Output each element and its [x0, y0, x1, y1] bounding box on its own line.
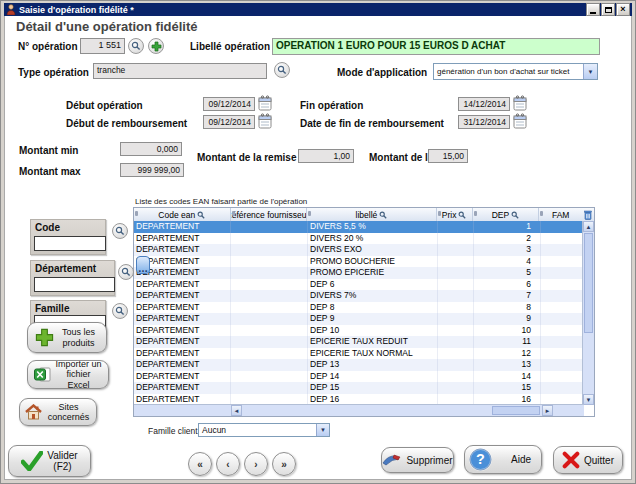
fin-remboursement-calendar-button[interactable] — [513, 113, 527, 129]
arrow-right-icon: ► — [545, 408, 551, 414]
col-header-code-ean[interactable]: Code ean — [134, 208, 231, 221]
table-cell: EPICERIE TAUX NORMAL — [308, 348, 438, 360]
window-title: Saisie d'opération fidélité * — [19, 5, 134, 15]
table-cell — [231, 256, 308, 268]
table-row[interactable]: DEPARTEMENTDIVERS EXO3 — [134, 244, 584, 256]
table-cell — [541, 382, 584, 394]
nav-prev-button[interactable]: ‹ — [216, 452, 240, 476]
table-cell — [438, 382, 474, 394]
importer-excel-button[interactable]: Importer un fichier Excel — [27, 360, 109, 389]
v-scroll-thumb[interactable] — [584, 233, 593, 333]
col-header-libelle[interactable]: libellé — [307, 208, 436, 221]
minimize-button[interactable] — [586, 3, 600, 16]
type-operation-field[interactable]: tranche — [93, 63, 267, 79]
table-cell — [541, 267, 584, 279]
table-row[interactable]: DEPARTEMENTDEP 88 — [134, 302, 584, 314]
fin-remboursement-field[interactable]: 31/12/2014 — [458, 115, 510, 129]
num-operation-search-button[interactable] — [128, 38, 144, 54]
fin-operation-calendar-button[interactable] — [513, 95, 527, 111]
vertical-scrollbar[interactable]: ▲ ▼ — [582, 221, 594, 405]
aide-button[interactable]: ? Aide — [464, 445, 542, 474]
search-icon[interactable] — [458, 211, 466, 219]
table-cell — [231, 325, 308, 337]
departement-browse-button[interactable]: … — [136, 256, 150, 274]
calendar-icon — [258, 113, 272, 129]
table-row[interactable]: DEPARTEMENTEPICERIE TAUX NORMAL12 — [134, 348, 584, 360]
debut-remboursement-calendar-button[interactable] — [258, 113, 272, 129]
table-row[interactable]: DEPARTEMENTDEP 1010 — [134, 325, 584, 337]
code-input[interactable] — [34, 236, 106, 251]
col-header-reference-fournisseur[interactable]: Référence fournisseur — [231, 208, 308, 221]
table-body: DEPARTEMENTDIVERS 5,5 %1DEPARTEMENTDIVER… — [134, 221, 584, 405]
table-row[interactable]: DEPARTEMENTDEP 1414 — [134, 371, 584, 383]
table-row[interactable]: DEPARTEMENTPROMO EPICERIE5 — [134, 267, 584, 279]
mode-application-select[interactable]: génération d'un bon d'achat sur ticket ▼ — [433, 63, 598, 80]
close-button[interactable]: × — [616, 3, 630, 16]
famille-client-select[interactable]: Aucun ▼ — [198, 423, 330, 437]
col-label: Code ean — [158, 210, 195, 220]
montant-min-field[interactable]: 0,000 — [120, 142, 182, 156]
montant-tranche-field[interactable]: 15,00 — [428, 149, 468, 163]
nav-last-button[interactable]: » — [272, 452, 296, 476]
plus-icon — [35, 328, 54, 347]
h-scroll-thumb[interactable] — [492, 406, 540, 415]
num-operation-field[interactable]: 1 551 — [80, 38, 125, 54]
horizontal-scrollbar[interactable]: ◄ ► — [134, 404, 584, 416]
libelle-operation-field[interactable]: OPERATION 1 EURO POUR 15 EUROS D ACHAT — [272, 38, 600, 55]
table-row[interactable]: DEPARTEMENTDIVERS 7%7 — [134, 290, 584, 302]
scroll-right-button[interactable]: ► — [542, 405, 553, 416]
col-header-fam[interactable]: FAM — [539, 208, 582, 221]
table-cell — [231, 279, 308, 291]
nav-next-label: › — [254, 459, 257, 470]
montant-max-field[interactable]: 999 999,00 — [120, 163, 184, 177]
table-row[interactable]: DEPARTEMENTDEP 1515 — [134, 382, 584, 394]
table-header: Code ean Référence fournisseur libellé P… — [134, 208, 594, 222]
search-icon[interactable] — [511, 211, 519, 219]
nav-first-button[interactable]: « — [188, 452, 212, 476]
maximize-button[interactable] — [601, 3, 615, 16]
departement-search-button[interactable] — [118, 264, 134, 280]
fin-operation-field[interactable]: 14/12/2014 — [458, 97, 510, 111]
pin-icon — [308, 211, 311, 216]
famille-label: Famille — [35, 303, 105, 314]
scroll-up-button[interactable]: ▲ — [583, 221, 594, 232]
valider-button[interactable]: Valider(F2) — [8, 445, 91, 477]
departement-input[interactable] — [34, 277, 115, 292]
quitter-button[interactable]: Quitter — [553, 446, 623, 474]
debut-operation-calendar-button[interactable] — [258, 95, 272, 111]
table-cell — [541, 325, 584, 337]
ellipsis-icon: … — [138, 264, 148, 273]
table-row[interactable]: DEPARTEMENTDIVERS 20 %2 — [134, 233, 584, 245]
scroll-left-button[interactable]: ◄ — [231, 405, 242, 416]
search-icon[interactable] — [197, 211, 205, 219]
table-row[interactable]: DEPARTEMENTDEP 99 — [134, 313, 584, 325]
debut-operation-field[interactable]: 09/12/2014 — [203, 97, 255, 111]
calendar-icon — [258, 95, 272, 111]
departement-label: Département — [35, 263, 114, 274]
table-row[interactable]: DEPARTEMENTPROMO BOUCHERIE4 — [134, 256, 584, 268]
table-row[interactable]: DEPARTEMENTEPICERIE TAUX REDUIT11 — [134, 336, 584, 348]
search-icon[interactable] — [379, 211, 387, 219]
svg-text:?: ? — [476, 451, 485, 467]
code-search-button[interactable] — [112, 223, 128, 239]
tous-les-produits-button[interactable]: Tous les produits — [27, 322, 107, 353]
supprimer-button[interactable]: Supprimer — [381, 447, 454, 473]
col-header-dep[interactable]: DEP — [473, 208, 540, 221]
tous-les-produits-label: Tous les produits — [58, 327, 100, 348]
delete-rows-button[interactable] — [582, 208, 594, 221]
col-header-prix[interactable]: Prix — [437, 208, 473, 221]
table-caption: Liste des codes EAN faisant partie de l'… — [135, 197, 307, 206]
sites-concernes-button[interactable]: Sites concernés — [19, 398, 97, 426]
type-operation-search-button[interactable] — [274, 62, 290, 78]
help-icon: ? — [469, 448, 492, 471]
add-operation-button[interactable] — [148, 38, 164, 54]
table-row[interactable]: DEPARTEMENTDEP 1313 — [134, 359, 584, 371]
table-cell: DIVERS 7% — [308, 290, 438, 302]
table-row[interactable]: DEPARTEMENTDIVERS 5,5 %1 — [134, 221, 584, 233]
famille-search-button[interactable] — [112, 303, 128, 319]
nav-next-button[interactable]: › — [244, 452, 268, 476]
montant-remise-field[interactable]: 1,00 — [298, 149, 354, 163]
table-row[interactable]: DEPARTEMENTDEP 66 — [134, 279, 584, 291]
debut-remboursement-field[interactable]: 09/12/2014 — [203, 115, 255, 129]
scroll-down-button[interactable]: ▼ — [583, 394, 594, 405]
